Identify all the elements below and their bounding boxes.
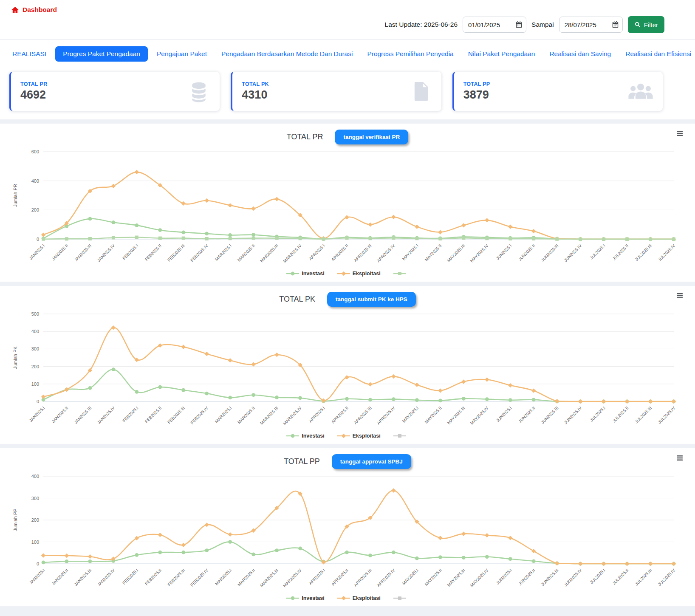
series-point-unnamed — [65, 237, 68, 240]
series-point-eksploitasi — [41, 553, 45, 557]
calendar-icon[interactable] — [612, 21, 619, 30]
x-tick-label: APR2025.III — [353, 568, 373, 588]
series-point-unnamed — [345, 236, 349, 240]
series-point-eksploitasi — [508, 536, 512, 540]
stat-card-total-pk: TOTAL PK4310 — [231, 72, 441, 111]
legend-item-eksploitasi[interactable]: Eksploitasi — [337, 271, 381, 277]
filter-button-label: Filter — [644, 21, 658, 28]
series-point-investasi — [65, 559, 69, 563]
x-tick-label: MAY2025.IV — [469, 243, 489, 263]
chart-legend: InvestasiEksploitasi — [10, 595, 685, 605]
x-tick-label: APR2025.IV — [376, 568, 396, 588]
badge-tanggal-approval-spbj[interactable]: tanggal approval SPBJ — [332, 454, 411, 469]
series-point-investasi — [485, 555, 489, 559]
chart-menu-icon[interactable] — [676, 130, 683, 138]
x-tick-label: APR2025.I — [308, 568, 326, 586]
legend-marker-shape — [342, 271, 346, 276]
series-point-eksploitasi — [345, 215, 349, 219]
x-tick-label: FEB2025.IV — [189, 405, 209, 425]
home-icon[interactable] — [11, 6, 19, 14]
badge-tanggal-submit-pk-ke-hps[interactable]: tanggal submit PK ke HPS — [327, 292, 416, 307]
series-point-investasi — [438, 399, 442, 403]
series-point-investasi — [462, 556, 466, 559]
tab-pengajuan-paket[interactable]: Pengajuan Paket — [151, 46, 212, 62]
users-icon — [628, 82, 653, 101]
legend-label: Investasi — [302, 271, 325, 277]
series-point-eksploitasi — [65, 387, 69, 392]
legend-item-eksploitasi[interactable]: Eksploitasi — [337, 433, 381, 439]
series-point-unnamed — [438, 237, 442, 240]
legend-marker-eksploitasi — [337, 433, 350, 438]
series-point-investasi — [111, 220, 115, 224]
legend-item-eksploitasi[interactable]: Eksploitasi — [337, 595, 381, 601]
badge-tanggal-verifikasi-pr[interactable]: tanggal verifikasi PR — [335, 130, 408, 144]
tab-pengadaan-berdasarkan-metode-dan-durasi[interactable]: Pengadaan Berdasarkan Metode Dan Durasi — [216, 46, 358, 62]
x-tick-label: FEB2025.II — [144, 568, 162, 586]
stat-card-value: 4310 — [242, 88, 269, 102]
series-point-eksploitasi — [228, 358, 232, 362]
chart-menu-icon[interactable] — [676, 455, 683, 463]
tab-nilai-paket-pengadaan[interactable]: Nilai Paket Pengadaan — [463, 46, 541, 62]
legend-item-unnamed[interactable] — [393, 596, 409, 601]
series-point-investasi — [181, 388, 185, 392]
chart-plot-total-pk: 0100200300400500Jumlah PKJAN2025.IJAN202… — [10, 309, 685, 433]
stat-card-info: TOTAL PP3879 — [463, 81, 490, 102]
filter-button[interactable]: Filter — [628, 16, 664, 33]
series-point-unnamed — [532, 237, 535, 240]
series-point-investasi — [438, 555, 442, 559]
legend-marker-shape — [398, 272, 401, 275]
x-tick-label: MAR2025.I — [214, 243, 232, 262]
x-tick-label: MAR2025.IV — [282, 568, 302, 588]
x-tick-label: MAY2025.II — [424, 406, 443, 424]
series-point-investasi — [42, 561, 45, 565]
x-tick-label: APR2025.II — [331, 568, 349, 587]
x-tick-label: MAY2025.III — [446, 568, 466, 588]
x-tick-label: JUN2025.II — [517, 568, 536, 586]
series-point-eksploitasi — [461, 531, 466, 536]
sampai-label: Sampai — [531, 21, 554, 28]
tab-progres-paket-pengadaan[interactable]: Progres Paket Pengadaan — [55, 46, 148, 62]
x-tick-label: JAN2025.IV — [96, 405, 116, 425]
database-icon — [187, 80, 210, 103]
legend-marker-shape — [291, 596, 295, 600]
series-point-eksploitasi — [578, 399, 582, 404]
series-point-investasi — [275, 396, 279, 399]
series-point-unnamed — [135, 236, 138, 239]
tab-realisasi-dan-efisiensi[interactable]: Realisasi dan Efisiensi — [620, 46, 695, 62]
x-tick-label: APR2025.IV — [376, 243, 396, 263]
legend-item-unnamed[interactable] — [393, 271, 409, 276]
tab-realisasi-dan-saving[interactable]: Realisasi dan Saving — [544, 46, 616, 62]
x-tick-label: MAY2025.II — [424, 243, 443, 262]
chart-menu-icon[interactable] — [676, 293, 683, 300]
series-point-unnamed — [322, 237, 325, 241]
legend-item-investasi[interactable]: Investasi — [286, 595, 325, 601]
series-line-eksploitasi — [43, 490, 674, 564]
series-point-eksploitasi — [438, 230, 442, 234]
series-point-eksploitasi — [391, 488, 396, 492]
legend-item-unnamed[interactable] — [393, 433, 409, 438]
series-point-investasi — [158, 385, 162, 389]
series-point-unnamed — [42, 237, 45, 241]
series-point-investasi — [509, 398, 512, 402]
x-tick-label: JUN2025.III — [540, 568, 559, 587]
tab-progress-pemilihan-penyedia[interactable]: Progress Pemilihan Penyedia — [362, 46, 459, 62]
legend-item-investasi[interactable]: Investasi — [286, 271, 325, 277]
x-tick-label: MAR2025.III — [259, 568, 279, 588]
x-tick-label: JUL2025.I — [589, 568, 606, 585]
series-point-eksploitasi — [181, 201, 186, 206]
x-tick-label: MAR2025.III — [259, 406, 279, 426]
x-tick-label: JAN2025.III — [73, 568, 93, 587]
x-tick-label: MAY2025.IV — [469, 405, 489, 425]
legend-item-investasi[interactable]: Investasi — [286, 433, 325, 439]
calendar-icon[interactable] — [515, 21, 523, 30]
breadcrumb-label[interactable]: Dashboard — [23, 6, 57, 14]
x-tick-label: JAN2025.I — [28, 568, 46, 585]
x-tick-label: MAY2025.I — [401, 243, 419, 261]
y-tick-label: 100 — [31, 540, 39, 545]
series-point-eksploitasi — [368, 222, 372, 226]
x-tick-label: MAY2025.I — [401, 406, 419, 424]
x-tick-label: FEB2025.III — [167, 568, 186, 587]
series-point-eksploitasi — [41, 395, 45, 399]
tab-realisasi[interactable]: REALISASI — [7, 46, 52, 62]
series-point-unnamed — [579, 237, 582, 241]
